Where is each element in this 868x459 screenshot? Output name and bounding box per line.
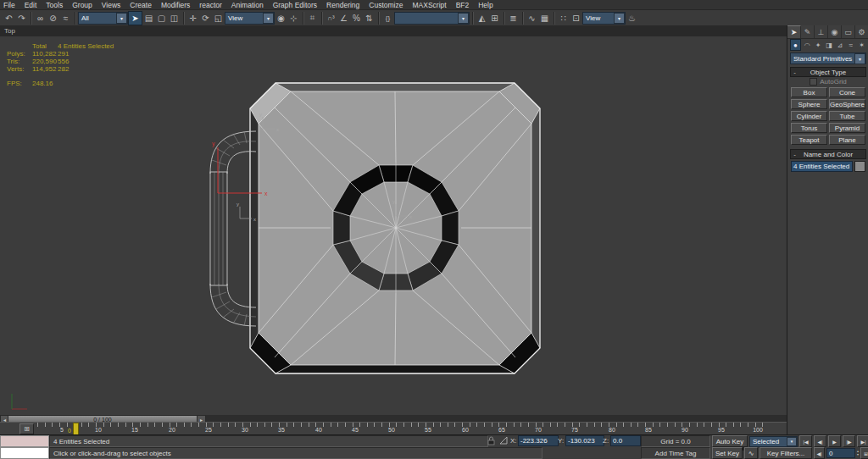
percent-snap-icon[interactable]: % [350, 12, 363, 25]
rect-selection-region-icon[interactable]: ▢ [155, 12, 168, 25]
mirror-icon[interactable]: ◭ [476, 12, 488, 25]
menu-group[interactable]: Group [72, 1, 92, 9]
category-spacewarps-icon[interactable]: ≈ [846, 40, 855, 50]
geosphere-button[interactable]: GeoSphere [829, 99, 865, 109]
key-filters-button[interactable]: Key Filters... [760, 447, 812, 459]
tube-button[interactable]: Tube [829, 111, 865, 121]
snap-toggle-icon[interactable]: ∩³ [325, 12, 337, 25]
z-coord-field[interactable]: 0.0 [610, 435, 641, 446]
current-frame-field[interactable]: 0 [826, 448, 855, 458]
cylinder-button[interactable]: Cylinder [791, 111, 827, 121]
sphere-button[interactable]: Sphere [791, 99, 827, 109]
menu-help[interactable]: Help [478, 1, 492, 9]
select-scale-icon[interactable]: ◱ [212, 12, 225, 25]
menu-graph-editors[interactable]: Graph Editors [273, 1, 317, 9]
viewport-canvas[interactable]: y x yx yx yx [0, 36, 787, 415]
layer-manager-icon[interactable]: ≣ [507, 12, 520, 25]
select-manipulate-icon[interactable]: ⊹ [287, 12, 300, 25]
absolute-mode-icon[interactable] [499, 436, 509, 445]
mini-curve-editor-icon[interactable]: ⊞ [19, 423, 34, 434]
quick-render-icon[interactable]: ♨ [626, 12, 638, 25]
menu-edit[interactable]: Edit [25, 1, 37, 9]
select-link-icon[interactable]: ∞ [34, 12, 47, 25]
select-move-icon[interactable]: ✛ [186, 12, 199, 25]
plane-button[interactable]: Plane [829, 135, 865, 145]
chevron-down-icon[interactable]: ▾ [787, 437, 797, 446]
tab-display[interactable]: ▭ [842, 25, 855, 38]
cone-button[interactable]: Cone [829, 87, 865, 97]
set-key-button[interactable]: Set Key [712, 447, 743, 459]
named-selection-dropdown[interactable]: ▾ [394, 12, 470, 25]
chevron-down-icon[interactable]: ▾ [614, 13, 625, 24]
tab-hierarchy[interactable]: ⊥ [815, 25, 828, 38]
render-setup-icon[interactable]: ⊡ [570, 12, 582, 25]
category-helpers-icon[interactable]: ⊿ [835, 40, 844, 50]
next-frame-button[interactable]: |▶ [843, 435, 855, 447]
go-end-button[interactable]: ▶| [857, 435, 868, 447]
menu-customize[interactable]: Customize [369, 1, 403, 9]
category-shapes-icon[interactable]: ◠ [803, 40, 812, 50]
category-lights-icon[interactable]: ✦ [814, 40, 823, 50]
keyboard-override-icon[interactable]: ⌗ [306, 12, 319, 25]
menu-rendering[interactable]: Rendering [326, 1, 359, 9]
torus-button[interactable]: Torus [791, 123, 827, 133]
time-marker[interactable] [73, 423, 79, 435]
viewport-label[interactable]: Top [4, 27, 15, 35]
angle-snap-icon[interactable]: ∠ [337, 12, 350, 25]
object-type-header[interactable]: - Object Type [790, 67, 866, 77]
teapot-button[interactable]: Teapot [791, 135, 827, 145]
frame-spinner[interactable]: ▴ ▾ [857, 450, 859, 456]
play-button[interactable]: ▶ [828, 435, 841, 447]
x-coord-field[interactable]: -223.326 [518, 435, 559, 446]
auto-key-button[interactable]: Auto Key [712, 435, 748, 447]
object-name-field[interactable]: 4 Entities Selected [791, 161, 853, 172]
chevron-down-icon[interactable]: ▾ [854, 53, 865, 64]
key-mode-toggle-icon[interactable]: ◀| [814, 447, 825, 459]
object-color-swatch[interactable] [854, 161, 865, 172]
menu-tools[interactable]: Tools [46, 1, 63, 9]
curve-editor-icon[interactable]: ∿ [526, 12, 538, 25]
tab-motion[interactable]: ◉ [828, 25, 842, 38]
category-geometry-icon[interactable]: ● [790, 39, 801, 51]
menu-views[interactable]: Views [102, 1, 121, 9]
selection-filter-dropdown[interactable]: All ▾ [78, 12, 128, 25]
select-object-icon[interactable]: ➤ [128, 11, 142, 25]
schematic-view-icon[interactable]: ▦ [538, 12, 551, 25]
reference-coord-dropdown[interactable]: View ▾ [225, 12, 275, 25]
category-cameras-icon[interactable]: ◨ [824, 40, 833, 50]
chevron-down-icon[interactable]: ▾ [116, 13, 127, 24]
autogrid-checkbox[interactable] [810, 78, 817, 86]
key-mode-dropdown[interactable]: Selected ▾ [749, 436, 798, 447]
chevron-down-icon[interactable]: ▾ [458, 13, 469, 24]
select-rotate-icon[interactable]: ⟳ [199, 12, 212, 25]
redo-icon[interactable]: ↷ [15, 12, 28, 25]
box-button[interactable]: Box [791, 87, 827, 97]
undo-icon[interactable]: ↶ [3, 12, 15, 25]
use-pivot-center-icon[interactable]: ◉ [275, 12, 287, 25]
selection-lock-icon[interactable] [487, 436, 495, 445]
window-crossing-icon[interactable]: ◫ [168, 12, 181, 25]
add-time-tag[interactable]: Add Time Tag [641, 447, 710, 459]
menu-animation[interactable]: Animation [231, 1, 264, 9]
name-color-header[interactable]: - Name and Color [790, 149, 866, 159]
menu-bf2[interactable]: BF2 [456, 1, 470, 9]
align-icon[interactable]: ⊞ [488, 12, 501, 25]
maxscript-listener-white[interactable] [0, 447, 49, 459]
tab-modify[interactable]: ✎ [801, 25, 815, 38]
go-start-button[interactable]: |◀ [799, 435, 812, 447]
chevron-down-icon[interactable]: ▾ [263, 13, 274, 24]
spinner-down-icon[interactable]: ▾ [857, 453, 859, 456]
menu-modifiers[interactable]: Modifiers [161, 1, 190, 9]
y-coord-field[interactable]: -130.023 [565, 435, 604, 446]
edit-named-sets-icon[interactable]: {} [381, 12, 394, 25]
spinner-snap-icon[interactable]: ⇅ [363, 12, 376, 25]
render-type-dropdown[interactable]: View ▾ [582, 12, 626, 25]
pyramid-button[interactable]: Pyramid [829, 123, 865, 133]
menu-create[interactable]: Create [130, 1, 152, 9]
unlink-icon[interactable]: ⊘ [47, 12, 59, 25]
bind-spacewarp-icon[interactable]: ≈ [59, 12, 72, 25]
tab-utilities[interactable]: ⚙ [855, 25, 868, 38]
object-category-dropdown[interactable]: Standard Primitives ▾ [790, 53, 866, 64]
tab-create[interactable]: ➤ [787, 25, 801, 38]
prev-frame-button[interactable]: ◀| [814, 435, 826, 447]
